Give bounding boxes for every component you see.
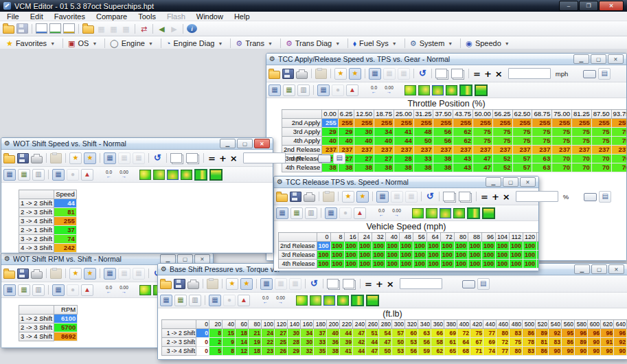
table-cell[interactable]: 21 xyxy=(249,329,262,338)
col-header[interactable]: 20 xyxy=(209,320,223,329)
map-trace-3-icon[interactable] xyxy=(167,170,179,180)
row-header[interactable]: 3 -> 4 Shift xyxy=(162,347,196,356)
row-header[interactable]: 2nd Release xyxy=(279,242,317,251)
op-equals[interactable]: = xyxy=(481,192,488,202)
math-value-input[interactable] xyxy=(400,278,442,289)
table-cell[interactable]: 80 xyxy=(510,347,523,356)
table-cell[interactable]: 56 xyxy=(418,338,431,347)
app-titlebar[interactable]: VCM Editor - 01 5.3 87oct Superchips.hpt… xyxy=(0,0,627,12)
op-equals[interactable]: = xyxy=(208,153,216,163)
paste-icon[interactable] xyxy=(315,69,327,79)
table-cell[interactable]: 70 xyxy=(611,163,626,172)
table-cell[interactable]: 96 xyxy=(575,329,588,338)
table-cell[interactable]: 26 xyxy=(275,347,288,356)
table-cell[interactable]: 75 xyxy=(532,137,552,146)
table-cell[interactable]: 57 xyxy=(512,163,532,172)
table-normal-icon[interactable]: ▦ xyxy=(369,68,381,80)
map-column-icon[interactable] xyxy=(475,84,488,96)
table-cell[interactable]: 255 xyxy=(453,119,473,128)
op-plus[interactable]: + xyxy=(484,69,492,79)
col-header[interactable]: 104 xyxy=(495,233,509,242)
table-cell[interactable]: 63 xyxy=(418,329,431,338)
close-button[interactable]: ✕ xyxy=(254,139,270,148)
row-header[interactable]: 2nd Release xyxy=(282,146,322,155)
table-cell[interactable]: 75 xyxy=(512,128,532,137)
table-cell[interactable]: 100 xyxy=(495,260,509,269)
print-icon[interactable] xyxy=(296,71,308,79)
table-cell[interactable]: 90 xyxy=(614,347,627,356)
table-cell[interactable]: 92 xyxy=(614,338,627,347)
compare-star-icon[interactable]: ★ xyxy=(226,278,238,290)
table-cell[interactable]: 100 xyxy=(317,260,330,269)
table-cell[interactable]: 100 xyxy=(358,251,372,260)
table-cell[interactable]: 100 xyxy=(399,251,413,260)
table-cell[interactable]: 69 xyxy=(444,329,457,338)
window-titlebar[interactable]: ⚙ TCC Release TPS vs. Speed - Normal ▁ ▢… xyxy=(274,177,538,188)
col-header[interactable]: 48 xyxy=(399,233,413,242)
favorites-item-engine[interactable]: ◯Engine▼ xyxy=(108,38,158,48)
close-button[interactable]: ✕ xyxy=(599,1,624,11)
table-cell[interactable]: 100 xyxy=(358,260,372,269)
table-cell[interactable]: 90 xyxy=(562,347,575,356)
table-history-icon[interactable]: ▦ xyxy=(289,278,301,290)
paste-doc-icon[interactable] xyxy=(459,192,470,201)
table-cell[interactable]: 255 xyxy=(473,119,493,128)
table-cell[interactable]: 100 xyxy=(426,251,440,260)
table-cell[interactable]: 100 xyxy=(372,260,385,269)
3d-view-icon[interactable]: ● xyxy=(67,169,79,181)
panel-toggle-icon[interactable]: ▤ xyxy=(598,68,611,80)
table-cell[interactable]: 83 xyxy=(549,338,562,347)
row-header[interactable]: 2 -> 3 Shift xyxy=(162,338,196,347)
table-history-icon[interactable]: ▦ xyxy=(405,191,418,203)
op-multiply[interactable]: × xyxy=(503,192,510,202)
grid-view-icon[interactable]: ▦ xyxy=(160,295,172,306)
table-cell[interactable]: 64 xyxy=(457,338,470,347)
restore-button[interactable]: ▢ xyxy=(591,54,606,64)
table-cell[interactable]: 27 xyxy=(275,329,288,338)
row-header[interactable]: 2 -> 1 Shift xyxy=(19,226,54,235)
table-cell[interactable]: 100 xyxy=(440,242,454,251)
col-header[interactable]: 87.50 xyxy=(591,110,611,119)
table-cell[interactable]: 77 xyxy=(483,329,497,338)
map-column-icon[interactable] xyxy=(482,207,495,219)
table-cell[interactable]: 96 xyxy=(601,329,614,338)
table-cell[interactable]: 32 xyxy=(301,347,314,356)
table-mode-icon[interactable]: ▦ xyxy=(317,84,330,96)
menu-item-edit[interactable]: Edit xyxy=(25,12,49,21)
table-cell[interactable]: 40 xyxy=(374,137,394,146)
3d-view-icon[interactable]: ● xyxy=(223,295,236,306)
table-cell[interactable]: 237 xyxy=(492,146,512,155)
table-cell[interactable]: 14 xyxy=(236,338,249,347)
col-header[interactable]: 40 xyxy=(385,233,399,242)
table-cell[interactable]: 100 xyxy=(468,251,481,260)
table-cell[interactable]: 255 xyxy=(591,119,611,128)
table-cell[interactable]: 30 xyxy=(301,338,314,347)
undo-icon[interactable]: ↺ xyxy=(425,192,435,202)
menu-item-help[interactable]: Help xyxy=(229,12,255,21)
table-cell[interactable]: 100 xyxy=(523,242,537,251)
grid-sum-icon[interactable]: ▦ xyxy=(18,284,30,296)
table-cell[interactable]: 100 xyxy=(385,260,399,269)
table-cell[interactable]: 100 xyxy=(440,251,454,260)
menu-item-flash[interactable]: Flash xyxy=(161,12,191,21)
table-cell[interactable]: 43 xyxy=(453,155,473,163)
math-value-input[interactable] xyxy=(243,152,286,163)
table-cell[interactable]: 237 xyxy=(374,146,394,155)
table-cell[interactable]: 237 xyxy=(611,146,626,155)
table-cell-selected[interactable]: 6100 xyxy=(54,315,78,323)
compare-star-icon[interactable]: ★ xyxy=(69,268,82,280)
table-cell[interactable]: 75 xyxy=(611,128,626,137)
table-cell[interactable]: 91 xyxy=(601,338,614,347)
decimal-increase-icon[interactable]: 0.00→ xyxy=(274,295,287,306)
table-cell[interactable]: 237 xyxy=(433,146,453,155)
map-column-icon[interactable] xyxy=(366,295,379,306)
table-cell[interactable]: 75 xyxy=(492,128,512,137)
compare-star-pressed-icon[interactable]: ★ xyxy=(84,152,96,164)
panel-toggle-icon[interactable]: ▤ xyxy=(333,152,345,164)
col-header[interactable]: 25.00 xyxy=(394,110,413,119)
table-history-icon[interactable]: ▦ xyxy=(133,268,145,280)
table-cell[interactable]: 29 xyxy=(338,128,354,137)
table-cell[interactable]: 42 xyxy=(353,338,366,347)
table-cell[interactable]: 100 xyxy=(481,242,495,251)
table-a-icon[interactable]: ▦ xyxy=(96,23,106,34)
